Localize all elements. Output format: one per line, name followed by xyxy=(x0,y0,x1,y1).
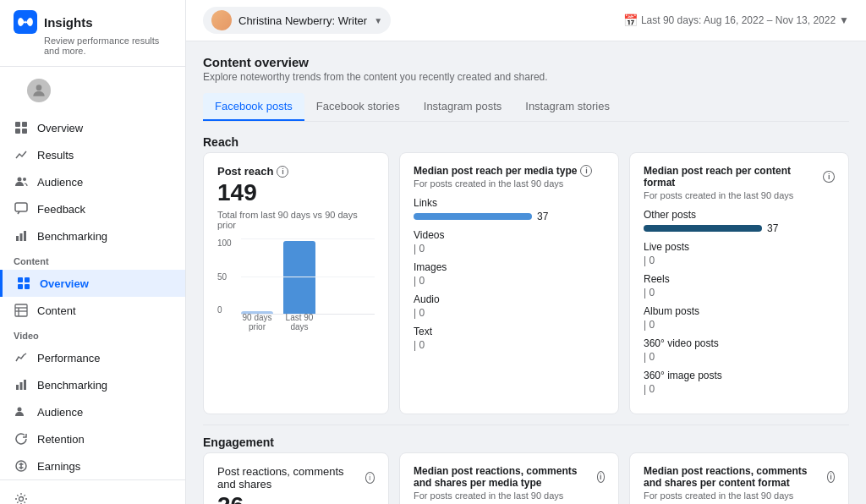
tab-ig-posts[interactable]: Instagram posts xyxy=(412,93,514,121)
grid-icon xyxy=(14,120,29,135)
metric-links-bar xyxy=(414,213,532,220)
svg-rect-7 xyxy=(15,203,27,211)
benchmarking2-icon xyxy=(14,377,29,392)
svg-rect-21 xyxy=(24,380,26,390)
section-desc: Explore noteworthy trends from the conte… xyxy=(203,71,849,83)
sidebar-item-benchmarking2[interactable]: Benchmarking xyxy=(0,371,185,398)
svg-point-0 xyxy=(36,85,42,90)
feedback-icon xyxy=(14,201,29,216)
engagement-count-card: Post reactions, comments and shares i 26… xyxy=(203,452,389,504)
metric-text-bar-wrap: | 0 xyxy=(414,339,605,351)
content-icon xyxy=(14,303,29,318)
performance-icon xyxy=(14,350,29,365)
svg-point-6 xyxy=(23,178,26,181)
metric-text: Text | 0 xyxy=(414,326,605,351)
eng-median-format-sub: For posts created in the last 90 days xyxy=(644,490,835,501)
svg-rect-13 xyxy=(18,284,23,289)
svg-rect-4 xyxy=(22,129,27,134)
metric-videos: Videos | 0 xyxy=(414,229,605,255)
user-name: Christina Newberry: Writer xyxy=(238,14,367,27)
logo: Insights xyxy=(14,10,172,34)
eng-median-format-info-icon[interactable]: i xyxy=(827,471,835,483)
engagement-cards-row: Post reactions, comments and shares i 26… xyxy=(203,452,849,504)
median-format-card: Median post reach per content format i F… xyxy=(629,152,849,414)
svg-point-22 xyxy=(18,408,22,412)
earnings-icon xyxy=(14,458,29,474)
bar-current-bar xyxy=(283,241,315,314)
settings-icon xyxy=(14,491,29,504)
sidebar-item-feedback[interactable]: Feedback xyxy=(0,195,185,222)
tab-ig-stories[interactable]: Instagram stories xyxy=(513,93,622,121)
reach-cards-row: Post reach i 149 Total from last 90 days… xyxy=(203,152,849,414)
metric-images: Images | 0 xyxy=(414,261,605,287)
svg-rect-2 xyxy=(22,122,27,127)
metric-images-bar-wrap: | 0 xyxy=(414,275,605,287)
metric-reels: Reels | 0 xyxy=(644,273,835,299)
engagement-info-icon[interactable]: i xyxy=(365,472,375,484)
svg-rect-10 xyxy=(24,231,26,241)
sidebar-item-retention[interactable]: Retention xyxy=(0,425,185,452)
sidebar: Insights Review performance results and … xyxy=(0,0,186,504)
main-content: Christina Newberry: Writer ▼ 📅 Last 90 d… xyxy=(186,0,866,504)
metric-videos-bar-wrap: | 0 xyxy=(414,243,605,255)
sidebar-item-overview[interactable]: Overview xyxy=(0,114,185,141)
metric-360-video: 360° video posts | 0 xyxy=(644,337,835,363)
eng-median-media-title: Median post reactions, comments and shar… xyxy=(414,465,605,489)
audience-icon xyxy=(14,174,29,189)
median-media-sub: For posts created in the last 90 days xyxy=(414,178,605,189)
post-reach-info-icon[interactable]: i xyxy=(277,166,288,178)
svg-rect-3 xyxy=(15,129,20,134)
tab-fb-stories[interactable]: Facebook stories xyxy=(304,93,412,121)
app-title: Insights xyxy=(44,15,93,30)
date-dropdown-icon: ▼ xyxy=(839,14,849,26)
sidebar-bottom xyxy=(0,479,185,504)
sidebar-item-content[interactable]: Content xyxy=(0,297,185,324)
sidebar-item-results[interactable]: Results xyxy=(0,141,185,168)
section-header: Content overview Explore noteworthy tren… xyxy=(203,55,849,83)
bar-current xyxy=(283,241,315,314)
metric-links-bar-wrap: 37 xyxy=(414,211,605,222)
svg-rect-15 xyxy=(15,304,27,316)
sidebar-avatar xyxy=(27,79,51,102)
engagement-value: 26 xyxy=(217,492,375,504)
svg-rect-8 xyxy=(16,236,19,241)
post-reach-note: Total from last 90 days vs 90 days prior xyxy=(217,210,375,230)
sidebar-item-audience2[interactable]: Audience xyxy=(0,398,185,425)
section-divider xyxy=(203,425,849,425)
sidebar-top-nav: Overview Results Audience Feedback Bench… xyxy=(0,114,185,249)
x-axis-labels: 90 days prior Last 90 days xyxy=(241,313,375,331)
sidebar-item-content-overview[interactable]: Overview xyxy=(0,270,185,297)
reach-section: Reach Post reach i 149 Total from last 9… xyxy=(203,135,849,414)
post-reach-value: 149 xyxy=(217,179,375,206)
sidebar-item-earnings[interactable]: Earnings xyxy=(0,452,185,479)
eng-median-format-card: Median post reactions, comments and shar… xyxy=(629,452,849,504)
metric-live-posts: Live posts | 0 xyxy=(644,241,835,266)
sidebar-item-performance[interactable]: Performance xyxy=(0,344,185,371)
app-subtitle: Review performance results and more. xyxy=(44,36,172,56)
svg-point-27 xyxy=(19,497,24,501)
median-format-info-icon[interactable]: i xyxy=(823,171,835,183)
user-selector[interactable]: Christina Newberry: Writer ▼ xyxy=(203,7,391,34)
eng-median-media-info-icon[interactable]: i xyxy=(597,471,605,483)
section-title: Content overview xyxy=(203,55,849,69)
video-section-label: Video xyxy=(0,324,185,344)
sidebar-settings[interactable] xyxy=(0,485,185,504)
sidebar-item-benchmarking[interactable]: Benchmarking xyxy=(0,222,185,249)
date-range-selector[interactable]: 📅 Last 90 days: Aug 16, 2022 – Nov 13, 2… xyxy=(623,14,849,27)
reach-title: Reach xyxy=(203,135,849,149)
bars-container xyxy=(241,238,375,315)
gridline-top xyxy=(241,238,375,239)
metric-360-image-bar-wrap: | 0 xyxy=(644,383,835,395)
median-media-info-icon[interactable]: i xyxy=(580,165,592,177)
svg-rect-9 xyxy=(20,233,23,241)
gridline-mid xyxy=(241,277,375,277)
svg-point-5 xyxy=(18,178,22,182)
calendar-icon: 📅 xyxy=(623,14,638,27)
content-section-label: Content xyxy=(0,249,185,270)
content-tabs: Facebook posts Facebook stories Instagra… xyxy=(203,93,849,122)
results-icon xyxy=(14,147,29,162)
sidebar-item-audience[interactable]: Audience xyxy=(0,168,185,195)
metric-360-image: 360° image posts | 0 xyxy=(644,370,835,395)
tab-fb-posts[interactable]: Facebook posts xyxy=(203,93,304,121)
sidebar-content-nav: Overview Content xyxy=(0,270,185,324)
